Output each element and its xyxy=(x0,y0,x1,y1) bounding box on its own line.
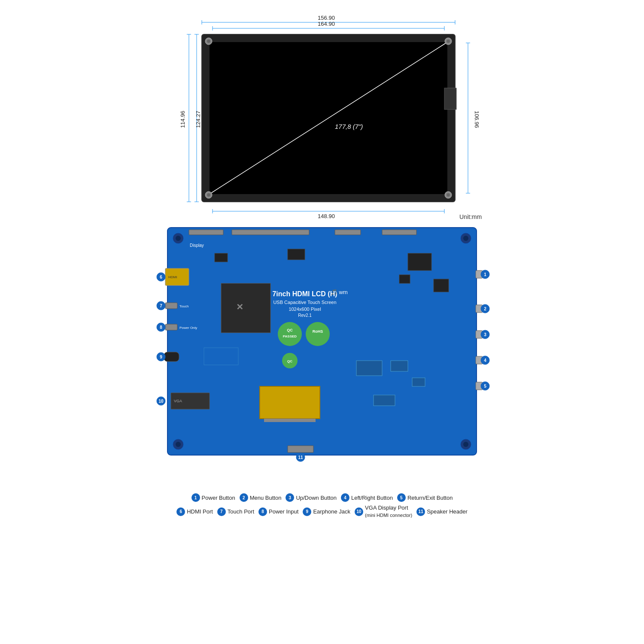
legend-num-1: 1 xyxy=(191,493,200,502)
svg-rect-61 xyxy=(288,446,313,453)
legend-label-4: Left/Right Button xyxy=(351,495,393,501)
legend-item-4: 4 Left/Right Button xyxy=(341,493,393,502)
svg-rect-90 xyxy=(391,361,408,371)
svg-text:Rev2.1: Rev2.1 xyxy=(298,313,312,318)
svg-text:2: 2 xyxy=(484,307,486,311)
legend-label-2: Menu Button xyxy=(250,495,282,501)
svg-point-44 xyxy=(176,442,181,447)
legend-label-10: VGA Display Port(mini HDMI connector) xyxy=(365,504,412,519)
legend-item-11: 11 Speaker Header xyxy=(416,504,468,519)
pcb-svg: Display HDMI Touch Power Only VGA ✕ xyxy=(142,223,502,481)
svg-rect-54 xyxy=(165,303,177,309)
svg-text:QC: QC xyxy=(287,359,292,363)
legend-num-4: 4 xyxy=(341,493,349,502)
svg-text:7inch HDMI LCD (H): 7inch HDMI LCD (H) xyxy=(272,290,337,298)
svg-text:1: 1 xyxy=(484,272,486,277)
svg-rect-50 xyxy=(382,230,416,235)
legend-num-11: 11 xyxy=(416,507,425,516)
legend-num-8: 8 xyxy=(258,507,267,516)
svg-rect-65 xyxy=(288,249,305,260)
svg-text:9: 9 xyxy=(160,355,162,359)
svg-point-33 xyxy=(207,193,210,197)
legend-item-8: 8 Power Input xyxy=(258,504,298,519)
svg-rect-92 xyxy=(374,395,395,406)
legend-label-3: Up/Down Button xyxy=(296,495,337,501)
legend-num-9: 9 xyxy=(303,507,311,516)
legend-num-5: 5 xyxy=(397,493,406,502)
svg-text:Touch: Touch xyxy=(179,304,188,308)
svg-text:PASSED: PASSED xyxy=(283,334,297,338)
svg-text:106.96: 106.96 xyxy=(474,111,480,128)
svg-rect-49 xyxy=(335,230,361,235)
svg-rect-82 xyxy=(264,419,316,422)
legend-num-3: 3 xyxy=(286,493,294,502)
svg-rect-91 xyxy=(412,378,425,386)
svg-rect-64 xyxy=(215,253,228,262)
svg-text:124.27: 124.27 xyxy=(195,111,201,128)
legend-item-9: 9 Earphone Jack xyxy=(303,504,350,519)
legend-item-6: 6 HDMI Port xyxy=(176,504,213,519)
legend-item-5: 5 Return/Exit Button xyxy=(397,493,453,502)
svg-rect-48 xyxy=(232,230,309,235)
legend-label-11: Speaker Header xyxy=(427,508,468,515)
svg-rect-89 xyxy=(356,361,382,376)
svg-text:Display: Display xyxy=(190,243,204,248)
svg-text:RoHS: RoHS xyxy=(313,329,323,334)
svg-text:164.90: 164.90 xyxy=(318,21,335,27)
legend-label-9: Earphone Jack xyxy=(313,508,350,515)
svg-text:✕: ✕ xyxy=(236,302,243,312)
svg-rect-81 xyxy=(260,386,320,419)
svg-text:3: 3 xyxy=(484,332,486,337)
svg-rect-68 xyxy=(399,275,410,283)
svg-text:8: 8 xyxy=(160,325,162,330)
legend-section: 1 Power Button 2 Menu Button 3 Up/Down B… xyxy=(150,493,494,519)
svg-text:4: 4 xyxy=(484,358,486,363)
legend-item-10: 10 VGA Display Port(mini HDMI connector) xyxy=(355,504,412,519)
svg-point-79 xyxy=(306,322,330,346)
dimension-svg: 156.90 164.90 114.96 124.27 106.96 xyxy=(159,13,485,223)
svg-rect-62 xyxy=(221,283,270,333)
svg-point-35 xyxy=(447,193,450,197)
svg-text:5: 5 xyxy=(484,384,486,389)
svg-text:156.90: 156.90 xyxy=(318,15,335,21)
svg-text:🎵 wm: 🎵 wm xyxy=(331,289,348,296)
legend-label-7: Touch Port xyxy=(228,508,254,515)
svg-point-40 xyxy=(176,236,181,241)
svg-rect-36 xyxy=(444,88,456,109)
legend-item-2: 2 Menu Button xyxy=(240,493,282,502)
legend-label-5: Return/Exit Button xyxy=(407,495,453,501)
svg-point-42 xyxy=(463,236,468,241)
legend-label-8: Power Input xyxy=(269,508,298,515)
legend-num-6: 6 xyxy=(176,507,185,516)
svg-rect-56 xyxy=(165,324,177,330)
legend-item-1: 1 Power Button xyxy=(191,493,235,502)
legend-num-2: 2 xyxy=(240,493,248,502)
legend-label-1: Power Button xyxy=(202,495,235,501)
svg-point-29 xyxy=(207,39,210,43)
svg-text:7: 7 xyxy=(160,304,162,308)
svg-point-31 xyxy=(447,39,450,43)
legend-num-10: 10 xyxy=(355,507,363,516)
legend-num-7: 7 xyxy=(217,507,226,516)
svg-text:6: 6 xyxy=(160,275,162,279)
svg-text:Unit:mm: Unit:mm xyxy=(459,213,482,220)
svg-text:1024x600 Pixel: 1024x600 Pixel xyxy=(289,307,321,312)
svg-rect-66 xyxy=(408,253,431,270)
pcb-section: Display HDMI Touch Power Only VGA ✕ xyxy=(142,223,502,483)
svg-rect-58 xyxy=(164,352,179,361)
legend-label-6: HDMI Port xyxy=(187,508,213,515)
lcd-dimension-diagram: 156.90 164.90 114.96 124.27 106.96 xyxy=(159,13,485,223)
svg-rect-47 xyxy=(189,230,223,235)
svg-text:177,8 (7"): 177,8 (7") xyxy=(335,123,363,130)
svg-text:10: 10 xyxy=(158,399,164,404)
svg-rect-67 xyxy=(434,279,449,292)
svg-text:HDMI: HDMI xyxy=(168,275,177,279)
svg-point-74 xyxy=(278,322,302,346)
svg-point-46 xyxy=(463,442,468,447)
legend-item-7: 7 Touch Port xyxy=(217,504,254,519)
svg-text:QC: QC xyxy=(287,328,293,332)
main-container: 156.90 164.90 114.96 124.27 106.96 xyxy=(0,0,644,644)
legend-item-3: 3 Up/Down Button xyxy=(286,493,337,502)
svg-text:148.90: 148.90 xyxy=(318,213,335,219)
svg-text:VGA: VGA xyxy=(174,399,182,403)
